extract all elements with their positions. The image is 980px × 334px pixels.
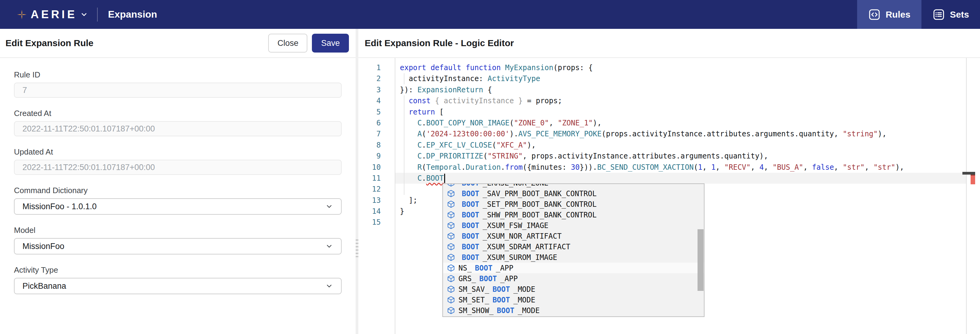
command-dictionary-select[interactable]: MissionFoo - 1.0.1.0 — [14, 198, 342, 215]
code-token — [400, 174, 417, 182]
code-token — [400, 129, 417, 138]
code-token: C — [417, 174, 422, 182]
autocomplete-item-match: BOOT — [462, 232, 479, 240]
code-square-icon — [868, 8, 881, 21]
symbol-cube-icon — [447, 296, 455, 304]
panel-splitter[interactable] — [356, 29, 358, 334]
autocomplete-item-match: BOOT — [479, 275, 497, 283]
autocomplete-item-text: _XSUM_SDRAM_ARTIFACT — [483, 243, 570, 251]
code-line[interactable]: return [ — [395, 107, 966, 118]
updated-at-input — [14, 160, 342, 175]
model-value: MissionFoo — [22, 242, 64, 251]
autocomplete-item[interactable]: BOOT_XSUM_SUROM_IMAGE — [443, 252, 704, 263]
code-token: = props; — [523, 97, 562, 105]
symbol-cube-icon — [447, 253, 455, 261]
autocomplete-list: BOOT_ERASE_NOR_ZONE BOOT_SAV_PRM_BOOT_BA… — [443, 184, 704, 316]
code-line[interactable]: const { activityInstance } = props; — [395, 95, 966, 106]
autocomplete-item[interactable]: NS_BOOT_APP — [443, 263, 704, 273]
code-line[interactable]: C.EP_XFC_LV_CLOSE("XFC_A"), — [395, 140, 966, 150]
code-token: . — [501, 163, 505, 171]
code-line[interactable]: C.BOOT_COPY_NOR_IMAGE("ZONE_0", "ZONE_1"… — [395, 118, 966, 128]
top-navbar: AERIE Expansion Rules — [0, 0, 980, 29]
code-token: "BUS_A" — [772, 163, 803, 171]
autocomplete-item[interactable]: BOOT_XSUM_SDRAM_ARTIFACT — [443, 241, 704, 252]
autocomplete-item[interactable]: BOOT_SHW_PRM_BOOT_BANK_CONTROL — [443, 209, 704, 220]
code-token: "ZONE_1" — [558, 119, 593, 127]
code-token: C — [417, 119, 422, 127]
updated-at-field-group: Updated At — [14, 147, 342, 175]
code-token: 1 — [698, 163, 702, 171]
chevron-down-icon — [325, 242, 333, 250]
code-token: , — [834, 163, 843, 171]
line-number: 12 — [358, 184, 395, 195]
autocomplete-item-match: BOOT — [462, 200, 479, 209]
code-token: export default function — [400, 64, 505, 72]
autocomplete-item[interactable]: BOOT_XSUM_FSW_IMAGE — [443, 220, 704, 231]
code-line[interactable]: export default function MyExpansion(prop… — [395, 62, 966, 73]
autocomplete-item[interactable]: SM_SET_BOOT_MODE — [443, 294, 704, 305]
splitter-grip-handle[interactable] — [356, 238, 358, 257]
activity-type-select[interactable]: PickBanana — [14, 278, 342, 294]
nav-button-rules-label: Rules — [886, 10, 910, 20]
autocomplete-item[interactable]: BOOT_XSUM_NOR_ARTIFACT — [443, 231, 704, 241]
code-token: , — [764, 163, 772, 171]
autocomplete-item-text: _ERASE_NOR_ZONE — [483, 184, 549, 187]
autocomplete-item-text: _APP — [500, 275, 518, 283]
code-line[interactable]: C.DP_PRIORITIZE("STRING", props.activity… — [395, 150, 966, 161]
code-token: const — [409, 97, 431, 105]
gutter: 123456789101112131415 — [358, 58, 395, 334]
code-token: Temporal — [426, 163, 461, 171]
model-select[interactable]: MissionFoo — [14, 238, 342, 254]
code-token: ). — [509, 129, 518, 138]
code-token: ), — [593, 119, 601, 127]
autocomplete-item[interactable]: SM_SHOW_BOOT_MODE — [443, 305, 704, 316]
aerie-logo[interactable]: AERIE — [17, 8, 77, 21]
autocomplete-item[interactable]: BOOT_SET_PRM_BOOT_BANK_CONTROL — [443, 199, 704, 209]
line-number: 1 — [358, 62, 395, 73]
save-button[interactable]: Save — [312, 34, 349, 53]
code-line[interactable]: R(Temporal.Duration.from({minutes: 30}))… — [395, 162, 966, 173]
code-token — [400, 152, 417, 160]
symbol-cube-icon — [447, 232, 455, 240]
code-token: }): — [400, 86, 417, 94]
code-token: })). — [579, 163, 597, 171]
code-token: , — [751, 163, 759, 171]
code-line[interactable]: }): ExpansionReturn { — [395, 85, 966, 95]
close-button[interactable]: Close — [268, 34, 307, 53]
code-token: 30 — [571, 163, 580, 171]
autocomplete-scrollbar-thumb[interactable] — [698, 229, 703, 291]
code-token: return — [409, 108, 435, 116]
code-token: ActivityType — [488, 74, 540, 83]
code-token: . — [461, 163, 465, 171]
nav-button-rules[interactable]: Rules — [857, 0, 921, 29]
code-token: (props.activityInstance.attributes.argum… — [601, 129, 843, 138]
chevron-down-icon[interactable] — [80, 11, 88, 19]
autocomplete-item[interactable]: BOOT_SAV_PRM_BOOT_BANK_CONTROL — [443, 188, 704, 199]
code-line[interactable]: A('2024-123t00:00:00').AVS_PCE_MEMORY_PO… — [395, 128, 966, 139]
autocomplete-item-match: BOOT — [492, 296, 510, 304]
nav-button-sets[interactable]: Sets — [921, 0, 980, 29]
code-token: R — [417, 163, 422, 171]
autocomplete-item[interactable]: BOOT_ERASE_NOR_ZONE — [443, 184, 704, 188]
code-token: (props: { — [554, 64, 593, 72]
autocomplete-item-text: NS_ — [458, 264, 471, 272]
code-line[interactable]: activityInstance: ActivityType — [395, 73, 966, 84]
code-token: ), — [895, 163, 904, 171]
autocomplete-item-text: _SAV_PRM_BOOT_BANK_CONTROL — [483, 189, 597, 198]
autocomplete-item[interactable]: GRS_BOOT_APP — [443, 273, 704, 284]
line-number: 10 — [358, 162, 395, 173]
code-token: ExpansionReturn — [417, 86, 483, 94]
autocomplete-item[interactable]: SM_SAV_BOOT_MODE — [443, 284, 704, 294]
star-icon — [17, 10, 27, 20]
line-number: 5 — [358, 107, 395, 118]
chevron-down-icon — [325, 282, 333, 290]
line-number: 2 — [358, 73, 395, 84]
symbol-cube-icon — [447, 243, 455, 251]
code-line[interactable]: C.BOOT — [395, 173, 966, 184]
symbol-cube-icon — [447, 275, 455, 283]
ruler-cursor-marker — [963, 172, 975, 174]
code-token — [400, 141, 417, 149]
code-token: '2024-123t00:00:00' — [426, 129, 510, 138]
code-token: Duration — [466, 163, 501, 171]
autocomplete-item-match: BOOT — [492, 285, 510, 294]
